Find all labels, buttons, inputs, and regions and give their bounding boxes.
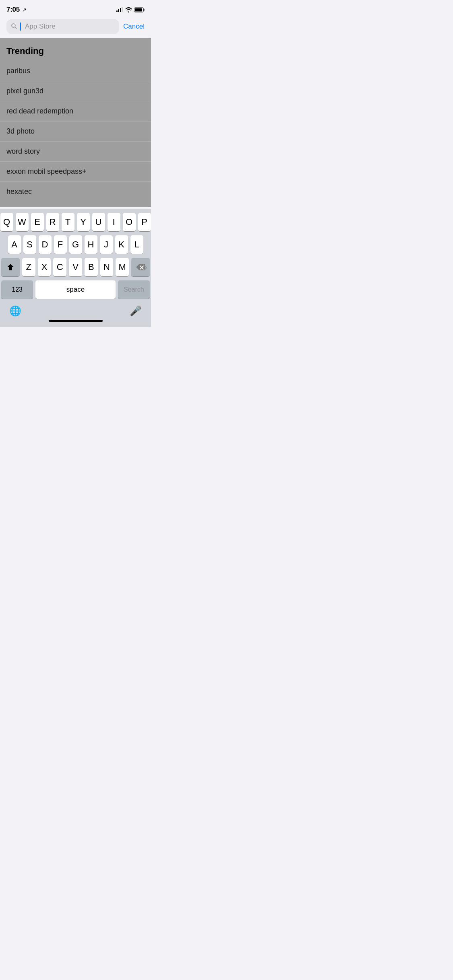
key-c[interactable]: C [53, 258, 66, 276]
svg-rect-2 [135, 8, 142, 11]
signal-icon [116, 7, 123, 12]
key-u[interactable]: U [92, 213, 105, 231]
keyboard-row-2: A S D F G H J K L [1, 235, 150, 254]
bottom-extras: 🌐 🎤 [1, 303, 150, 320]
space-key[interactable]: space [35, 280, 115, 299]
key-k[interactable]: K [115, 235, 128, 254]
trending-header: Trending [0, 38, 151, 61]
keyboard-row-4: 123 space Search [1, 280, 150, 299]
key-g[interactable]: G [69, 235, 82, 254]
key-e[interactable]: E [31, 213, 44, 231]
list-item[interactable]: exxon mobil speedpass+ [0, 162, 151, 182]
key-x[interactable]: X [38, 258, 51, 276]
key-y[interactable]: Y [77, 213, 90, 231]
list-item[interactable]: 3d photo [0, 121, 151, 142]
num-key[interactable]: 123 [1, 280, 33, 299]
key-v[interactable]: V [69, 258, 82, 276]
key-z[interactable]: Z [22, 258, 35, 276]
keyboard: Q W E R T Y U I O P A S D F G H J K L Z … [0, 209, 151, 327]
search-input-wrapper[interactable]: App Store [6, 19, 119, 34]
list-item[interactable]: word story [0, 142, 151, 162]
cancel-button[interactable]: Cancel [123, 23, 145, 31]
list-item[interactable]: hexatec [0, 182, 151, 202]
key-o[interactable]: O [123, 213, 136, 231]
list-item[interactable]: pixel gun3d [0, 81, 151, 101]
svg-rect-1 [144, 9, 145, 11]
key-j[interactable]: J [100, 235, 113, 254]
key-a[interactable]: A [8, 235, 21, 254]
status-left: 7:05 ↗ [6, 6, 27, 14]
key-w[interactable]: W [16, 213, 29, 231]
search-key[interactable]: Search [118, 280, 150, 299]
shift-key[interactable] [1, 258, 20, 276]
status-time: 7:05 [6, 6, 20, 13]
key-s[interactable]: S [23, 235, 36, 254]
text-cursor [20, 23, 21, 31]
location-icon: ↗ [22, 7, 27, 13]
search-icon [11, 23, 17, 30]
home-indicator [49, 320, 103, 322]
keyboard-row-1: Q W E R T Y U I O P [1, 213, 150, 231]
key-l[interactable]: L [130, 235, 143, 254]
list-item[interactable]: red dead redemption [0, 101, 151, 121]
list-item[interactable]: paribus [0, 61, 151, 81]
mic-icon[interactable]: 🎤 [130, 305, 142, 317]
key-i[interactable]: I [108, 213, 120, 231]
key-h[interactable]: H [85, 235, 97, 254]
battery-icon [134, 7, 145, 12]
keyboard-row-3: Z X C V B N M › [1, 258, 150, 276]
key-r[interactable]: R [46, 213, 59, 231]
globe-icon[interactable]: 🌐 [9, 305, 21, 317]
svg-line-4 [15, 27, 17, 29]
svg-point-3 [12, 24, 15, 27]
wifi-icon [125, 7, 132, 12]
key-t[interactable]: T [62, 213, 74, 231]
key-f[interactable]: F [54, 235, 67, 254]
chevron-right-icon: › [144, 261, 147, 274]
key-p[interactable]: P [138, 213, 151, 231]
key-q[interactable]: Q [0, 213, 13, 231]
search-bar-container: App Store Cancel [0, 16, 151, 38]
key-n[interactable]: N [100, 258, 114, 276]
key-b[interactable]: B [85, 258, 98, 276]
trending-section: Trending paribus pixel gun3d red dead re… [0, 38, 151, 207]
search-placeholder: App Store [25, 23, 56, 31]
trending-list: paribus pixel gun3d red dead redemption … [0, 61, 151, 202]
key-m[interactable]: M [116, 258, 129, 276]
status-bar: 7:05 ↗ [0, 0, 151, 16]
key-d[interactable]: D [39, 235, 52, 254]
status-icons [116, 7, 145, 12]
